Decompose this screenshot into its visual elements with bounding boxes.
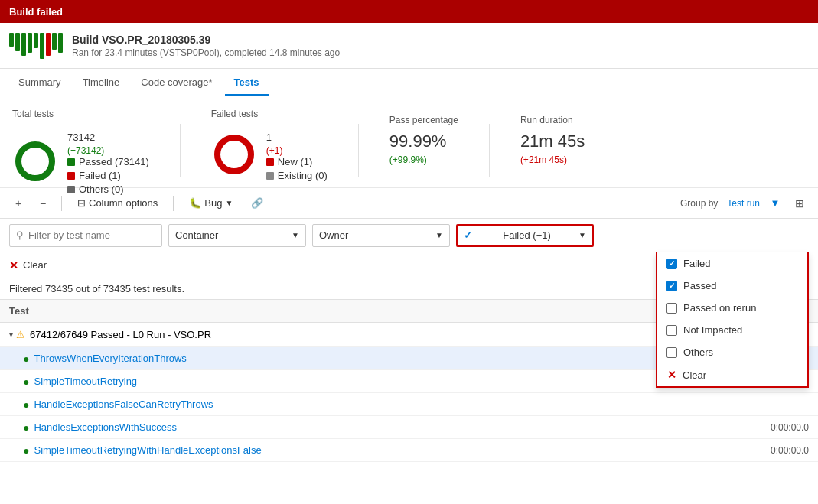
- owner-dropdown[interactable]: Owner ▼: [312, 224, 450, 247]
- failed-tests-label: Failed tests: [211, 109, 328, 119]
- group-chevron-icon: ▾: [9, 330, 13, 339]
- dropdown-item-not-impacted[interactable]: Not Impacted: [657, 319, 807, 341]
- svg-point-1: [18, 145, 52, 178]
- build-failed-title: Build failed: [9, 6, 63, 18]
- legend-new-dot: [266, 158, 274, 166]
- group-warning-icon: ⚠: [16, 329, 25, 340]
- clear-option-label: Clear: [683, 369, 706, 381]
- add-button[interactable]: +: [9, 194, 28, 213]
- bar3: [21, 33, 26, 56]
- test-name-filter[interactable]: ⚲: [9, 224, 162, 247]
- bar9: [58, 33, 63, 53]
- failed-number: 1: [266, 125, 328, 145]
- table-row: ● HandlesExceptionsWithSuccess 0:00:00.0: [0, 416, 818, 439]
- stat-failed-tests: Failed tests 1 (+1) New (1) E: [211, 109, 328, 184]
- clear-label[interactable]: Clear: [23, 259, 47, 271]
- build-details: Build VSO.PR_20180305.39 Ran for 23.4 mi…: [72, 34, 340, 58]
- passed-checkbox[interactable]: ✓: [666, 281, 677, 291]
- pass-pct-delta: (+99.9%): [389, 154, 458, 165]
- dropdown-item-clear[interactable]: ✕ Clear: [657, 363, 807, 386]
- dropdown-item-passed[interactable]: ✓ Passed: [657, 275, 807, 297]
- column-options-label: Column options: [89, 197, 158, 209]
- total-number: 73142: [67, 125, 149, 145]
- failed-delta: (+1): [266, 145, 328, 156]
- owner-chevron-icon: ▼: [435, 231, 443, 239]
- minus-button[interactable]: −: [34, 194, 52, 213]
- filter-button[interactable]: ▼: [766, 194, 784, 213]
- row-test-name-3[interactable]: HandlesExceptionsWithSuccess: [34, 421, 748, 433]
- row-status-icon-0: ●: [23, 353, 29, 365]
- container-dropdown[interactable]: Container ▼: [168, 224, 306, 247]
- tab-timeline[interactable]: Timeline: [73, 70, 129, 96]
- pass-pct-label: Pass percentage: [389, 115, 458, 125]
- stat-divider-3: [489, 124, 490, 177]
- stat-pass-pct: Pass percentage 99.99% (+99.9%): [389, 115, 458, 165]
- build-info-bar: Build VSO.PR_20180305.39 Ran for 23.4 mi…: [0, 23, 818, 69]
- col-test-header: Test: [9, 305, 748, 317]
- bar5: [34, 33, 38, 48]
- bug-dropdown-icon: ▼: [225, 199, 233, 207]
- run-duration-delta: (+21m 45s): [520, 154, 585, 165]
- result-count-text: Filtered 73435 out of 73435 test results…: [9, 283, 184, 294]
- failed-checkbox[interactable]: ✓: [666, 259, 677, 269]
- not-impacted-checkbox[interactable]: [666, 325, 677, 336]
- legend-others: Others (0): [67, 184, 149, 195]
- row-duration-3: 0:00:00.0: [748, 422, 809, 433]
- failed-option-label: Failed: [683, 258, 710, 269]
- container-label: Container: [175, 229, 218, 241]
- build-failed-header: Build failed: [0, 0, 818, 23]
- group-label: 67412/67649 Passed - L0 Run - VSO.PR: [30, 329, 211, 340]
- clear-x-button[interactable]: ✕: [9, 259, 18, 272]
- status-label: Failed (+1): [503, 229, 551, 241]
- row-status-icon-1: ●: [23, 376, 29, 388]
- filters-row: ⚲ Container ▼ Owner ▼ ✓ Failed (+1) ▼ ✓ …: [0, 219, 818, 252]
- bug-button[interactable]: 🐛 Bug ▼: [183, 194, 239, 212]
- filter-search-icon: ⚲: [16, 229, 24, 241]
- bar4: [28, 33, 32, 53]
- build-name: Build VSO.PR_20180305.39: [72, 34, 340, 46]
- dropdown-item-failed[interactable]: ✓ Failed: [657, 252, 807, 275]
- build-icon: [9, 33, 63, 59]
- link-button[interactable]: 🔗: [245, 194, 269, 212]
- status-dropdown-popup: ✓ Failed ✓ Passed Passed on rerun Not Im…: [656, 252, 809, 388]
- total-legend: 73142 (+73142) Passed (73141) Failed (1)…: [67, 125, 149, 197]
- bar1: [9, 33, 14, 47]
- table-row: ● HandleExceptionsFalseCanRetryThrows: [0, 393, 818, 416]
- status-dropdown[interactable]: ✓ Failed (+1) ▼: [456, 224, 594, 247]
- bar8: [52, 33, 57, 50]
- layout-button[interactable]: ⊞: [790, 194, 809, 213]
- clear-x-icon: ✕: [667, 369, 676, 381]
- bug-label: Bug: [204, 197, 222, 209]
- dropdown-item-others[interactable]: Others: [657, 341, 807, 363]
- column-options-button[interactable]: ⊟ Column options: [71, 194, 164, 212]
- test-name-input[interactable]: [28, 229, 155, 241]
- others-checkbox[interactable]: [666, 347, 677, 358]
- pass-pct-number: 99.99%: [389, 132, 458, 151]
- status-chevron-icon: ▼: [578, 231, 586, 239]
- tab-tests[interactable]: Tests: [225, 70, 269, 96]
- legend-passed: Passed (73141): [67, 156, 149, 167]
- bar7: [46, 33, 51, 56]
- owner-label: Owner: [319, 229, 348, 241]
- legend-new: New (1): [266, 156, 328, 167]
- container-chevron-icon: ▼: [292, 231, 299, 239]
- link-icon: 🔗: [251, 197, 263, 209]
- tab-summary[interactable]: Summary: [9, 70, 70, 96]
- legend-failed-dot: [67, 172, 75, 180]
- total-donut: [12, 138, 58, 184]
- passed-rerun-checkbox[interactable]: [666, 303, 677, 314]
- stat-total-tests: Total tests 73142 (+73142) Passed (73141…: [12, 109, 149, 197]
- bar6: [40, 33, 44, 59]
- dropdown-item-passed-rerun[interactable]: Passed on rerun: [657, 297, 807, 319]
- run-duration-number: 21m 45s: [520, 132, 585, 151]
- row-test-name-0[interactable]: ThrowsWhenEveryIterationThrows: [34, 353, 748, 364]
- row-test-name-1[interactable]: SimpleTimeoutRetrying: [34, 376, 748, 387]
- table-row: ● SimpleTimeoutRetryingWithHandleExcepti…: [0, 439, 818, 462]
- stat-divider-1: [180, 124, 181, 177]
- tab-code-coverage[interactable]: Code coverage*: [132, 70, 221, 96]
- stat-run-duration: Run duration 21m 45s (+21m 45s): [520, 115, 585, 165]
- row-test-name-2[interactable]: HandleExceptionsFalseCanRetryThrows: [34, 398, 748, 410]
- row-test-name-4[interactable]: SimpleTimeoutRetryingWithHandleException…: [34, 444, 748, 456]
- total-donut-container: 73142 (+73142) Passed (73141) Failed (1)…: [12, 125, 149, 197]
- failed-legend: 1 (+1) New (1) Existing (0): [266, 125, 328, 184]
